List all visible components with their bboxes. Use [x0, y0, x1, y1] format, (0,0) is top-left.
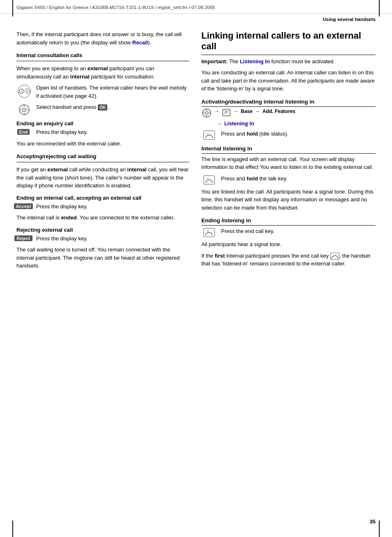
ending-listening-para1: All participants hear a signal tone.	[201, 240, 376, 249]
svg-line-29	[212, 181, 213, 183]
listening-in-ref: Listening In	[240, 58, 270, 65]
svg-line-34	[332, 257, 332, 258]
svg-line-35	[337, 257, 338, 258]
left-column: Then, if the internal participant does n…	[16, 30, 189, 273]
ok-badge: OK	[98, 104, 107, 111]
nav-base: Base	[241, 108, 253, 114]
accepting-rejecting-section: Accepting/rejecting call waiting If you …	[16, 153, 189, 190]
rejecting-section: Rejecting external call Reject Press the…	[16, 227, 189, 270]
consultation-row-2-text: Select handset and press OK.	[36, 103, 189, 111]
svg-point-9	[24, 109, 25, 111]
main-content: Then, if the internal participant does n…	[0, 22, 392, 281]
reject-badge: Reject	[14, 235, 32, 241]
internal-consultation-para: When you are speaking to an external par…	[16, 65, 189, 81]
ending-internal-section: Ending an internal call, accepting an ex…	[16, 195, 189, 222]
activating-title: Activating/deactivating internal listeni…	[201, 99, 376, 107]
end-key-icon-cell	[201, 130, 217, 140]
nav-listening-in: Listening In	[224, 120, 254, 127]
important-para: Important: The Listening In function mus…	[201, 58, 376, 66]
section-divider-2	[16, 162, 189, 162]
right-column: Linking internal callers to an external …	[201, 30, 376, 273]
accepting-rejecting-para: If you get an external call while conduc…	[16, 166, 189, 190]
nav-add-features: Add. Features	[263, 108, 295, 114]
ending-enquiry-title: Ending an enquiry call	[16, 120, 189, 127]
ending-internal-row: Accept Press the display key.	[16, 203, 189, 211]
internal-listening-para2: You are linked into the call. All partic…	[201, 188, 376, 212]
header-left-marker	[12, 0, 13, 16]
svg-line-32	[212, 234, 213, 235]
consultation-row-1: Open list of handsets. The external call…	[16, 84, 189, 100]
reject-badge-cell: Reject	[16, 235, 32, 241]
ending-listening-title: Ending listening in	[201, 217, 376, 226]
svg-rect-21	[223, 109, 230, 116]
end-badge: End	[17, 129, 30, 135]
svg-line-31	[205, 234, 206, 235]
footer-left-marker	[12, 521, 13, 537]
right-description: You are conducting an external call. An …	[201, 69, 376, 93]
ending-internal-text: Press the display key.	[36, 203, 189, 211]
nav-row: → → Base → Add. Features	[201, 108, 376, 119]
ending-enquiry-para: You are reconnected with the external ca…	[16, 140, 189, 148]
big-heading: Linking internal callers to an external …	[201, 30, 376, 55]
svg-line-26	[212, 136, 213, 138]
ending-enquiry-row: End Press the display key.	[16, 128, 189, 136]
page-container: Gigaset S450 / English for Greece / A310…	[0, 0, 392, 537]
page-footer: 35	[0, 519, 392, 525]
circle-icon-1	[18, 85, 31, 98]
accept-badge-cell: Accept	[16, 203, 32, 209]
header-text: Gigaset S450 / English for Greece / A310…	[16, 5, 215, 10]
ending-internal-para: The internal call is ended. You are conn…	[16, 214, 189, 222]
internal-listening-text: Press and hold the talk key.	[221, 175, 376, 183]
talk-key-icon-cell	[201, 175, 217, 184]
internal-consultation-section: Internal consultation calls When you are…	[16, 52, 189, 115]
ending-listening-section: Ending listening in Press	[201, 217, 376, 268]
ending-listening-para2: If the first internal participant presse…	[201, 252, 376, 268]
intro-paragraph: Then, if the internal participant does n…	[16, 30, 189, 46]
consultation-row-1-text: Open list of handsets. The external call…	[36, 84, 189, 100]
rejecting-text: Press the display key.	[36, 235, 189, 243]
section-divider-1	[16, 61, 189, 61]
end-badge-cell: End	[16, 128, 32, 135]
page-header: Gigaset S450 / English for Greece / A310…	[0, 0, 392, 14]
end-call-key-cell	[201, 227, 217, 237]
internal-listening-para1: The line is engaged with an external cal…	[201, 155, 376, 171]
activating-hold-row: Press and hold (idle status).	[201, 130, 376, 140]
internal-listening-row: Press and hold the talk key.	[201, 175, 376, 184]
nav-book-icon	[222, 108, 231, 118]
footer-right-marker	[379, 521, 380, 537]
nav-arrow-3: →	[255, 108, 260, 114]
ending-listening-text: Press the end call key.	[221, 227, 376, 235]
end-key-icon	[203, 131, 215, 140]
page-number: 35	[370, 519, 376, 525]
activating-hold-text: Press and hold (idle status).	[221, 130, 376, 138]
inline-end-call-icon	[330, 253, 339, 260]
internal-listening-title: Internal listening in	[201, 145, 376, 154]
section-label: Using several handsets	[323, 17, 376, 22]
svg-point-16	[206, 112, 208, 113]
accepting-rejecting-title: Accepting/rejecting call waiting	[16, 153, 189, 159]
ending-enquiry-section: Ending an enquiry call End Press the dis…	[16, 120, 189, 148]
end-call-key-icon	[203, 228, 215, 237]
handset-icon-2	[16, 103, 32, 115]
rejecting-para: The call waiting tone is turned off. You…	[16, 246, 189, 270]
talk-key-icon	[203, 175, 215, 184]
nav-arrow-4: →	[217, 121, 222, 127]
ending-internal-title: Ending an internal call, accepting an ex…	[16, 195, 189, 201]
internal-consultation-title: Internal consultation calls	[16, 52, 189, 58]
consultation-row-2: Select handset and press OK.	[16, 103, 189, 115]
ending-enquiry-text: Press the display key.	[36, 128, 189, 136]
nav-arrow-1: →	[214, 108, 219, 114]
svg-line-28	[205, 181, 206, 183]
svg-point-2	[27, 91, 28, 92]
rejecting-row: Reject Press the display key.	[16, 235, 189, 243]
header-right-marker	[379, 0, 380, 16]
nav-arrow-2: →	[233, 108, 238, 114]
rejecting-title: Rejecting external call	[16, 227, 189, 233]
handset-icon-1	[16, 84, 32, 98]
internal-listening-section: Internal listening in The line is engage…	[201, 145, 376, 212]
svg-line-25	[205, 136, 206, 138]
recall-link: Recall	[132, 39, 148, 46]
nav-handset-icon	[201, 108, 212, 119]
ending-listening-row: Press the end call key.	[201, 227, 376, 237]
accept-badge: Accept	[14, 203, 33, 209]
